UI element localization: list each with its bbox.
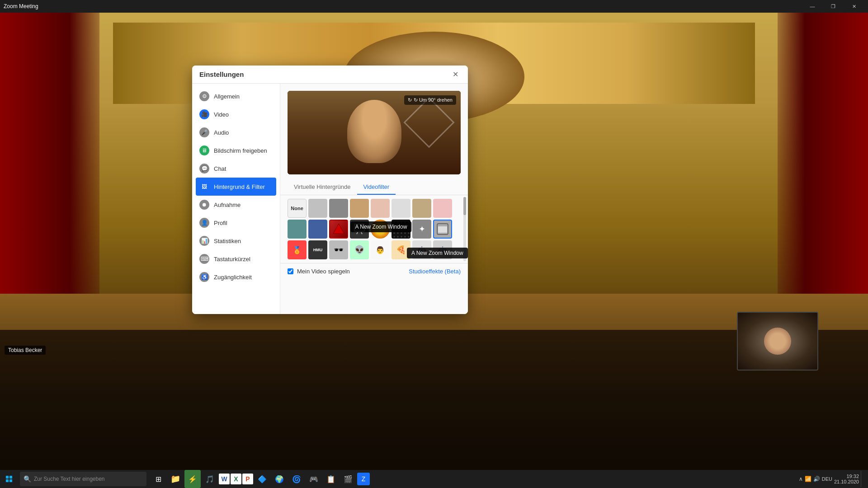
taskbar-clock[interactable]: 19:32 21.10.2020 (834, 474, 859, 484)
tab-virtuelle-hintergruende[interactable]: Virtuelle Hintergründe (288, 180, 357, 195)
scrollbar-thumb (463, 197, 466, 215)
filter-light[interactable] (392, 199, 410, 218)
filter-robot-2[interactable]: 🤖 (433, 240, 452, 259)
tab-videofilter[interactable]: Videofilter (357, 180, 396, 195)
filter-skin-medium[interactable] (412, 199, 431, 218)
taskbar-app-3[interactable]: ⚡ (184, 470, 201, 488)
settings-title: Einstellungen (199, 70, 450, 78)
filter-tv-static[interactable] (350, 220, 369, 239)
sidebar-item-zugang[interactable]: ♿ Zugänglichkeit (192, 268, 280, 286)
edge-icon[interactable]: 🌀 (288, 470, 305, 488)
search-icon: 🔍 (24, 475, 31, 483)
filter-robot-1[interactable]: 🤖 (412, 240, 431, 259)
bildschirm-label: Bildschirm freigeben (214, 147, 267, 154)
filter-container: None (280, 195, 468, 263)
minimize-button[interactable]: — (802, 0, 823, 13)
settings-close-button[interactable]: ✕ (450, 69, 461, 80)
statistiken-label: Statistiken (214, 238, 241, 244)
network-icon[interactable]: 📶 (805, 476, 811, 482)
mirror-checkbox-input[interactable] (288, 268, 293, 274)
filter-none[interactable]: None (288, 199, 307, 218)
start-button[interactable] (0, 470, 18, 488)
sidebar-item-chat[interactable]: 💬 Chat (192, 160, 280, 178)
filter-mustache[interactable]: 👨 (371, 240, 390, 259)
sidebar-item-hintergrund[interactable]: 🖼 Hintergrund & Filter (196, 178, 276, 196)
audio-label: Audio (214, 129, 229, 136)
filter-dark-gray[interactable] (329, 199, 348, 218)
filter-teal[interactable] (288, 220, 307, 239)
sidebar-item-tastatur[interactable]: ⌨ Tastaturkürzel (192, 250, 280, 268)
powerpoint-icon[interactable]: P (242, 474, 253, 484)
filter-sparkle[interactable]: ✦ (412, 220, 431, 239)
filter-blue[interactable] (308, 220, 327, 239)
filter-pink[interactable] (433, 199, 452, 218)
filter-pizza[interactable]: 🍕 (392, 240, 410, 259)
chat-nav-icon: 💬 (199, 164, 209, 174)
settings-body: ⚙ Allgemein 🎥 Video 🎤 Audio 🖥 Bildschirm… (192, 84, 468, 314)
settings-content: ↻ ↻ Um 90° drehen Virtuelle Hintergründe… (280, 84, 468, 314)
clock-date: 21.10.2020 (834, 479, 859, 484)
video-label: Video (214, 111, 229, 118)
excel-icon[interactable]: X (231, 474, 241, 484)
filter-scrollbar[interactable] (463, 197, 466, 261)
settings-sidebar: ⚙ Allgemein 🎥 Video 🎤 Audio 🖥 Bildschirm… (192, 84, 280, 314)
task-view-button[interactable]: ⊞ (150, 470, 166, 488)
word-icon[interactable]: W (219, 474, 230, 484)
restore-button[interactable]: ❐ (823, 0, 844, 13)
curtain-left (0, 0, 99, 307)
taskbar-search-box[interactable]: 🔍 Zur Suche Text hier eingeben (20, 472, 146, 486)
zugang-icon: ♿ (199, 272, 209, 282)
video-preview: ↻ ↻ Um 90° drehen (288, 91, 461, 174)
sidebar-item-profil[interactable]: 👤 Profil (192, 214, 280, 232)
filter-skin-light[interactable] (371, 199, 390, 218)
filter-sunflower[interactable] (371, 220, 390, 239)
sidebar-item-aufnahme[interactable]: ⏺ Aufnahme (192, 196, 280, 214)
tastatur-label: Tastaturkürzel (214, 256, 250, 263)
filter-sunglasses[interactable]: 🕶️ (329, 240, 348, 259)
settings-dialog: Einstellungen ✕ ⚙ Allgemein 🎥 Video 🎤 Au… (192, 66, 468, 314)
filter-skin-warm[interactable] (350, 199, 369, 218)
filter-red[interactable] (329, 220, 348, 239)
allgemein-label: Allgemein (214, 93, 240, 100)
taskbar-app-8[interactable]: 🔷 (254, 470, 270, 488)
filter-hmu[interactable]: HMU (308, 240, 327, 259)
volume-icon[interactable]: 🔊 (813, 476, 820, 482)
close-window-button[interactable]: ✕ (844, 0, 864, 13)
hintergrund-icon: 🖼 (199, 182, 209, 192)
profil-label: Profil (214, 220, 227, 226)
sidebar-item-allgemein[interactable]: ⚙ Allgemein (192, 87, 280, 105)
mirror-checkbox-label[interactable]: Mein Video spiegeln (288, 268, 350, 275)
windows-logo-icon (6, 476, 12, 482)
sidebar-item-bildschirm[interactable]: 🖥 Bildschirm freigeben (192, 141, 280, 160)
taskbar-app-11[interactable]: 🎮 (306, 470, 322, 488)
sidebar-item-statistiken[interactable]: 📊 Statistiken (192, 232, 280, 250)
filter-black-dots[interactable] (392, 220, 410, 239)
taskbar-app-13[interactable]: 🎬 (340, 470, 356, 488)
spotify-icon[interactable]: 🎵 (202, 470, 218, 488)
small-video-face (764, 328, 791, 355)
filter-light-gray[interactable] (308, 199, 327, 218)
zoom-taskbar-icon[interactable]: Z (357, 473, 370, 485)
svg-marker-0 (333, 224, 344, 234)
tray-expand-icon[interactable]: ∧ (799, 476, 803, 482)
filter-alien[interactable]: 👽 (350, 240, 369, 259)
tastatur-icon: ⌨ (199, 254, 209, 264)
taskbar-right-area: ∧ 📶 🔊 DEU 19:32 21.10.2020 (799, 471, 868, 487)
show-desktop-button[interactable] (861, 471, 864, 487)
taskbar-app-12[interactable]: 📋 (323, 470, 339, 488)
filter-badge[interactable]: 🏅 (288, 240, 307, 259)
statistiken-icon: 📊 (199, 236, 209, 246)
chrome-icon[interactable]: 🌍 (271, 470, 288, 488)
share-icon: 🖥 (199, 145, 209, 155)
file-explorer-icon[interactable]: 📁 (167, 470, 184, 488)
settings-bottom: Mein Video spiegeln Studioeffekte (Beta) (280, 263, 468, 279)
sidebar-item-audio[interactable]: 🎤 Audio (192, 123, 280, 141)
svg-rect-1 (354, 224, 364, 231)
filter-new-zoom-window[interactable] (433, 220, 452, 239)
studio-effects-link[interactable]: Studioeffekte (Beta) (409, 268, 461, 275)
rotate-button[interactable]: ↻ ↻ Um 90° drehen (404, 95, 456, 105)
sidebar-item-video[interactable]: 🎥 Video (192, 105, 280, 123)
video-icon: 🎥 (199, 109, 209, 119)
curtain-right (778, 0, 868, 307)
keyboard-language[interactable]: DEU (822, 476, 832, 482)
